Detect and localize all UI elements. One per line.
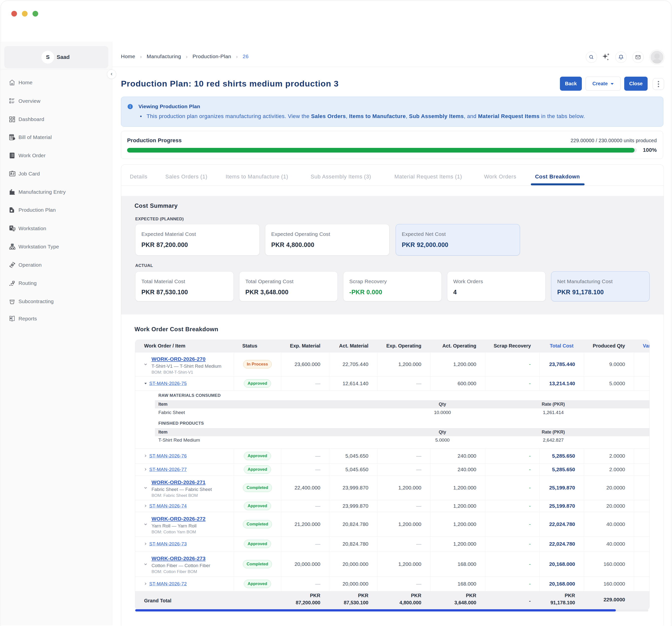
svg-text:$: $ bbox=[10, 317, 11, 319]
svg-text:D: D bbox=[11, 244, 13, 246]
svg-text:$: $ bbox=[13, 137, 15, 140]
